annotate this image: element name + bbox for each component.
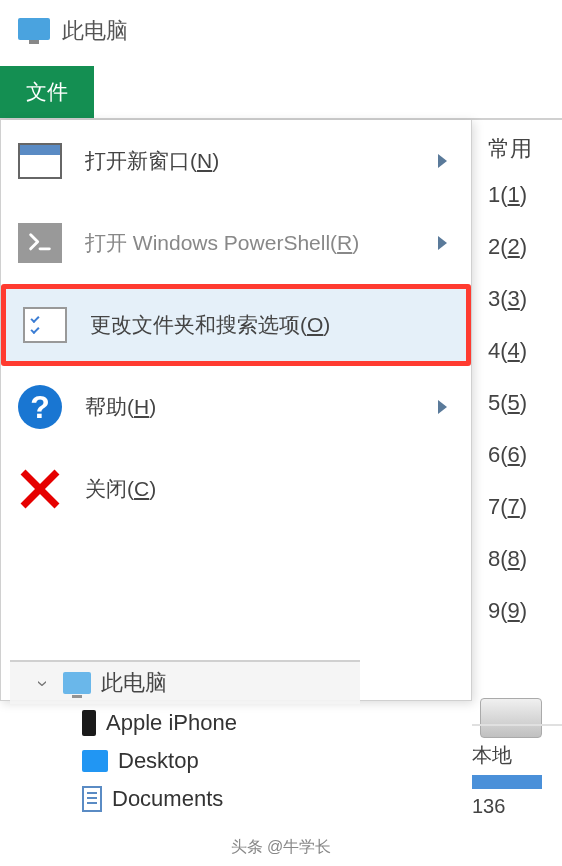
menu-label: 打开新窗口(N): [85, 147, 438, 175]
frequent-item[interactable]: 1(1): [488, 182, 562, 208]
menu-open-powershell[interactable]: 打开 Windows PowerShell(R): [1, 202, 471, 284]
close-icon: [15, 467, 65, 511]
frequent-header: 常用: [484, 134, 562, 164]
tree-label: Documents: [112, 786, 223, 812]
frequent-item[interactable]: 5(5): [488, 390, 562, 416]
desktop-icon: [82, 750, 108, 772]
chevron-right-icon: [438, 236, 447, 250]
navigation-tree: 此电脑 Apple iPhone Desktop Documents: [10, 660, 360, 818]
disk-value: 136: [472, 795, 562, 818]
tree-item[interactable]: Desktop: [10, 742, 360, 780]
chevron-right-icon: [438, 400, 447, 414]
help-icon: ?: [15, 385, 65, 429]
tree-label: Desktop: [118, 748, 199, 774]
tree-item[interactable]: Documents: [10, 780, 360, 818]
frequent-item[interactable]: 9(9): [488, 598, 562, 624]
pc-icon: [18, 18, 50, 44]
menu-open-new-window[interactable]: 打开新窗口(N): [1, 120, 471, 202]
powershell-icon: [15, 221, 65, 265]
disk-info[interactable]: 本地 136: [472, 724, 562, 818]
frequent-item[interactable]: 6(6): [488, 442, 562, 468]
tree-label: 此电脑: [101, 668, 167, 698]
new-window-icon: [15, 139, 65, 183]
menu-label: 关闭(C): [85, 475, 457, 503]
menu-label: 更改文件夹和搜索选项(O): [90, 311, 452, 339]
pc-icon: [63, 672, 91, 694]
tab-file[interactable]: 文件: [0, 66, 94, 118]
title-bar: 此电脑: [0, 0, 562, 66]
window-title: 此电脑: [62, 16, 128, 46]
frequent-item[interactable]: 8(8): [488, 546, 562, 572]
tree-this-pc[interactable]: 此电脑: [10, 660, 360, 704]
tree-item[interactable]: Apple iPhone: [10, 704, 360, 742]
frequent-item[interactable]: 7(7): [488, 494, 562, 520]
menu-label: 打开 Windows PowerShell(R): [85, 229, 438, 257]
tree-label: Apple iPhone: [106, 710, 237, 736]
frequent-item[interactable]: 3(3): [488, 286, 562, 312]
ribbon-tabs: 文件: [0, 66, 562, 120]
frequent-list: 1(1) 2(2) 3(3) 4(4) 5(5) 6(6) 7(7) 8(8) …: [484, 182, 562, 624]
file-menu: 打开新窗口(N) 打开 Windows PowerShell(R) 更改文件夹和…: [0, 120, 472, 701]
disk-label: 本地: [472, 742, 562, 769]
menu-close[interactable]: 关闭(C): [1, 448, 471, 530]
menu-help[interactable]: ? 帮助(H): [1, 366, 471, 448]
documents-icon: [82, 786, 102, 812]
frequent-item[interactable]: 2(2): [488, 234, 562, 260]
options-icon: [20, 303, 70, 347]
frequent-panel: 常用 1(1) 2(2) 3(3) 4(4) 5(5) 6(6) 7(7) 8(…: [484, 120, 562, 701]
phone-icon: [82, 710, 96, 736]
watermark: 头条 @牛学长: [231, 837, 332, 858]
frequent-item[interactable]: 4(4): [488, 338, 562, 364]
chevron-right-icon: [438, 154, 447, 168]
menu-label: 帮助(H): [85, 393, 438, 421]
menu-folder-options[interactable]: 更改文件夹和搜索选项(O): [1, 284, 471, 366]
disk-usage-bar: [472, 775, 542, 789]
